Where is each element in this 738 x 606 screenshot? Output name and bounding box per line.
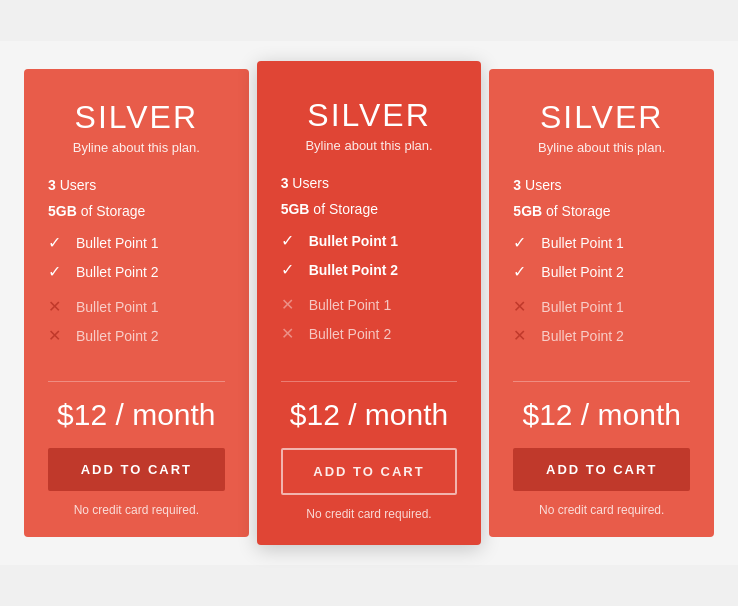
no-credit-card-text: No credit card required. <box>513 503 690 517</box>
storage-amount: 5GB <box>48 203 77 219</box>
bullet-item-active: ✓ Bullet Point 2 <box>281 258 458 281</box>
bullet-item-active: ✓ Bullet Point 1 <box>513 231 690 254</box>
bullet-text-inactive: Bullet Point 2 <box>76 328 159 344</box>
price-display: $12 / month <box>522 398 680 431</box>
price-value: $12 <box>57 398 107 431</box>
pricing-card-3: SILVER Byline about this plan. 3 Users 5… <box>489 69 714 537</box>
bullet-item-inactive: ✕ Bullet Point 2 <box>48 324 225 347</box>
x-icon: ✕ <box>48 297 64 316</box>
pricing-card-2: SILVER Byline about this plan. 3 Users 5… <box>257 61 482 545</box>
x-icon: ✕ <box>281 324 297 343</box>
bullet-item-active: ✓ Bullet Point 1 <box>48 231 225 254</box>
plan-byline: Byline about this plan. <box>513 140 690 155</box>
storage-feature: 5GB of Storage <box>281 201 458 217</box>
users-count: 3 <box>48 177 56 193</box>
price-value: $12 <box>522 398 572 431</box>
bullet-item-inactive: ✕ Bullet Point 1 <box>48 295 225 318</box>
bullet-item-inactive: ✕ Bullet Point 1 <box>513 295 690 318</box>
bullet-text-inactive: Bullet Point 1 <box>541 299 624 315</box>
users-count: 3 <box>513 177 521 193</box>
price-section: $12 / month <box>281 398 458 432</box>
x-icon: ✕ <box>48 326 64 345</box>
bullet-item-inactive: ✕ Bullet Point 1 <box>281 293 458 316</box>
plan-name: SILVER <box>48 99 225 136</box>
no-credit-card-text: No credit card required. <box>48 503 225 517</box>
bullet-item-inactive: ✕ Bullet Point 2 <box>513 324 690 347</box>
plan-name: SILVER <box>513 99 690 136</box>
bullet-item-active: ✓ Bullet Point 2 <box>513 260 690 283</box>
plan-byline: Byline about this plan. <box>48 140 225 155</box>
add-to-cart-button[interactable]: ADD TO CART <box>513 448 690 491</box>
bullet-item-inactive: ✕ Bullet Point 2 <box>281 322 458 345</box>
plan-name: SILVER <box>281 97 458 134</box>
plan-byline: Byline about this plan. <box>281 138 458 153</box>
storage-amount: 5GB <box>281 201 310 217</box>
users-feature: 3 Users <box>513 177 690 193</box>
check-icon: ✓ <box>281 231 297 250</box>
bullet-text-inactive: Bullet Point 1 <box>76 299 159 315</box>
divider <box>48 381 225 382</box>
card-features: 3 Users 5GB of Storage ✓ Bullet Point 1 … <box>48 177 225 371</box>
bullet-text-inactive: Bullet Point 2 <box>309 326 392 342</box>
pricing-card-1: SILVER Byline about this plan. 3 Users 5… <box>24 69 249 537</box>
bullet-item-active: ✓ Bullet Point 1 <box>281 229 458 252</box>
storage-amount: 5GB <box>513 203 542 219</box>
users-feature: 3 Users <box>48 177 225 193</box>
bullet-list: ✓ Bullet Point 1 ✓ Bullet Point 2 ✕ Bull… <box>513 231 690 347</box>
users-count: 3 <box>281 175 289 191</box>
divider <box>281 381 458 382</box>
check-icon: ✓ <box>48 262 64 281</box>
card-features: 3 Users 5GB of Storage ✓ Bullet Point 1 … <box>281 175 458 371</box>
storage-feature: 5GB of Storage <box>513 203 690 219</box>
add-to-cart-button[interactable]: ADD TO CART <box>48 448 225 491</box>
bullet-text: Bullet Point 1 <box>76 235 159 251</box>
check-icon: ✓ <box>513 262 529 281</box>
check-icon: ✓ <box>48 233 64 252</box>
divider <box>513 381 690 382</box>
bullet-text: Bullet Point 1 <box>309 233 398 249</box>
x-icon: ✕ <box>281 295 297 314</box>
check-icon: ✓ <box>281 260 297 279</box>
price-value: $12 <box>290 398 340 431</box>
card-header: SILVER Byline about this plan. <box>513 99 690 155</box>
check-icon: ✓ <box>513 233 529 252</box>
storage-feature: 5GB of Storage <box>48 203 225 219</box>
card-features: 3 Users 5GB of Storage ✓ Bullet Point 1 … <box>513 177 690 371</box>
bullet-text: Bullet Point 2 <box>541 264 624 280</box>
bullet-list: ✓ Bullet Point 1 ✓ Bullet Point 2 ✕ Bull… <box>281 229 458 345</box>
price-display: $12 / month <box>57 398 215 431</box>
bullet-list: ✓ Bullet Point 1 ✓ Bullet Point 2 ✕ Bull… <box>48 231 225 347</box>
x-icon: ✕ <box>513 297 529 316</box>
add-to-cart-button[interactable]: ADD TO CART <box>281 448 458 495</box>
bullet-text: Bullet Point 2 <box>309 262 398 278</box>
price-section: $12 / month <box>48 398 225 432</box>
bullet-item-active: ✓ Bullet Point 2 <box>48 260 225 283</box>
card-header: SILVER Byline about this plan. <box>281 97 458 153</box>
users-feature: 3 Users <box>281 175 458 191</box>
bullet-text-inactive: Bullet Point 2 <box>541 328 624 344</box>
bullet-text-inactive: Bullet Point 1 <box>309 297 392 313</box>
price-display: $12 / month <box>290 398 448 431</box>
no-credit-card-text: No credit card required. <box>281 507 458 521</box>
x-icon: ✕ <box>513 326 529 345</box>
price-section: $12 / month <box>513 398 690 432</box>
bullet-text: Bullet Point 1 <box>541 235 624 251</box>
pricing-section: SILVER Byline about this plan. 3 Users 5… <box>0 41 738 565</box>
bullet-text: Bullet Point 2 <box>76 264 159 280</box>
card-header: SILVER Byline about this plan. <box>48 99 225 155</box>
